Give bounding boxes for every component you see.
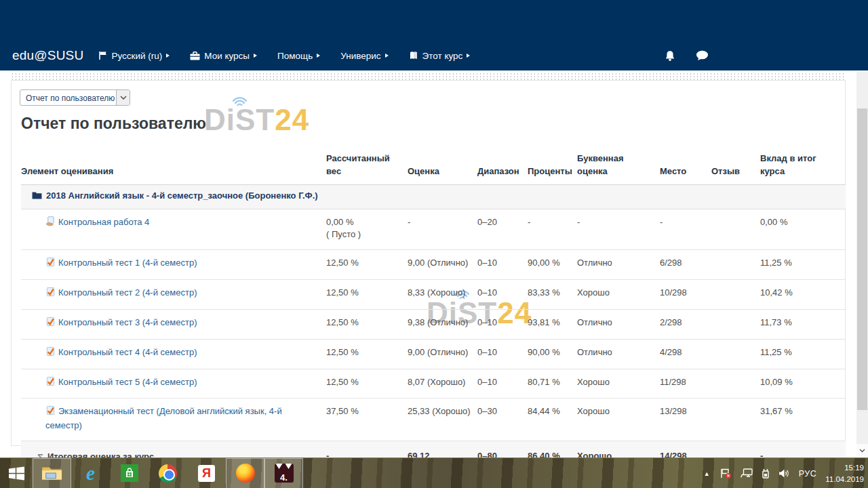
taskbar-yandex-browser[interactable]: Я: [187, 458, 226, 488]
taskbar-4game[interactable]: 4.: [264, 458, 303, 488]
windows-store-icon: [121, 464, 138, 482]
table-header-row: Элемент оценивания Рассчитанный вес Оцен…: [21, 151, 846, 184]
nav-language-menu[interactable]: Русский (ru): [98, 51, 170, 61]
cell-percent: 84,44 %: [528, 399, 577, 441]
chevron-right-icon: [317, 54, 320, 58]
dist24-watermark: DiST24: [204, 103, 309, 137]
cell-grade: 8,33 (Хорошо): [408, 280, 477, 310]
table-row-item: Экзаменационный тест (Деловой английский…: [21, 399, 846, 441]
network-icon[interactable]: [741, 468, 753, 479]
taskbar-firefox[interactable]: [226, 458, 264, 488]
grade-item-link[interactable]: Контрольный тест 2 (4-й семестр): [58, 287, 197, 298]
cell-contribution: 11,25 %: [760, 250, 846, 280]
4game-icon: 4.: [275, 464, 294, 483]
cell-percent: 80,71 %: [528, 369, 577, 399]
grade-item-link[interactable]: Контрольный тест 4 (4-й семестр): [58, 347, 197, 357]
cell-letter: Отлично: [577, 309, 660, 339]
grade-item-cell: Контрольная работа 4: [21, 209, 326, 250]
cell-letter: Хорошо: [577, 369, 660, 399]
col-rank: Место: [660, 151, 711, 184]
site-logo[interactable]: edu@SUSU: [12, 48, 83, 63]
grade-item-link[interactable]: Контрольный тест 3 (4-й семестр): [58, 317, 197, 327]
notifications-bell-icon[interactable]: [665, 50, 675, 62]
cell-letter: Хорошо: [577, 280, 660, 310]
messages-chat-icon[interactable]: [696, 50, 709, 61]
quiz-icon: [45, 317, 56, 331]
site-header: edu@SUSU Русский (ru) Мои курсы Помощь У…: [0, 0, 868, 70]
tray-time: 15:19: [825, 462, 864, 474]
report-type-select[interactable]: Отчет по пользователю: [20, 89, 130, 106]
tray-clock[interactable]: 15:19 11.04.2019: [825, 462, 864, 485]
cell-contribution: 0,00 %: [760, 209, 846, 250]
col-calculated-weight: Рассчитанный вес: [326, 151, 408, 184]
cell-range: 0–10: [477, 280, 528, 310]
scrollbar-down-arrow[interactable]: [856, 444, 868, 458]
cell-feedback: [711, 209, 760, 250]
grade-item-cell: Контрольный тест 1 (4-й семестр): [21, 250, 326, 280]
cell-rank: 4/298: [660, 339, 711, 369]
start-button[interactable]: [0, 458, 33, 488]
chevron-right-icon: [166, 54, 170, 58]
cell-weight: 0,00 % ( Пусто ): [326, 209, 408, 250]
nav-this-course-menu[interactable]: Этот курс: [409, 51, 471, 61]
cell-range: 0–20: [477, 209, 528, 250]
category-title: 2018 Английский язык - 4-й семестр_заочн…: [46, 190, 318, 201]
taskbar-windows-store[interactable]: [110, 458, 149, 488]
table-row-item: Контрольный тест 1 (4-й семестр)12,50 %9…: [21, 250, 846, 280]
cell-percent: 83,33 %: [528, 280, 577, 310]
volume-speaker-icon[interactable]: [778, 468, 790, 479]
category-cell: 2018 Английский язык - 4-й семестр_заочн…: [21, 184, 846, 209]
table-row-item: Контрольный тест 4 (4-й семестр)12,50 %9…: [21, 339, 846, 369]
taskbar-internet-explorer[interactable]: e: [71, 458, 110, 488]
grade-item-cell: Контрольный тест 3 (4-й семестр): [21, 309, 326, 339]
grade-item-link[interactable]: Экзаменационный тест (Деловой английский…: [45, 406, 282, 430]
report-select-value: Отчет по пользователю: [20, 90, 116, 105]
tray-expand-icon[interactable]: ▲: [704, 470, 710, 477]
yandex-icon: Я: [198, 465, 215, 482]
col-range: Диапазон: [477, 151, 528, 184]
cell-grade: 9,00 (Отлично): [408, 250, 477, 280]
action-center-flag-icon[interactable]: [720, 468, 732, 479]
folder-icon: [32, 191, 42, 204]
nav-univeris-menu[interactable]: Универис: [340, 51, 388, 61]
nav-my-courses-menu[interactable]: Мои курсы: [190, 51, 257, 61]
col-percentage: Проценты: [528, 151, 577, 184]
firefox-icon: [236, 464, 255, 483]
tray-language[interactable]: РУС: [799, 469, 817, 479]
taskbar-chrome[interactable]: [149, 458, 187, 488]
cell-range: 0–30: [477, 399, 528, 441]
grade-item-link[interactable]: Контрольный тест 5 (4-й семестр): [58, 377, 197, 387]
page-title: Отчет по пользователю: [21, 115, 206, 133]
cell-range: 0–10: [477, 369, 528, 399]
cell-feedback: [711, 399, 760, 441]
cell-weight: 12,50 %: [326, 250, 408, 280]
cell-contribution: 10,42 %: [760, 280, 846, 310]
power-battery-icon[interactable]: [762, 468, 770, 479]
scrollbar-thumb[interactable]: [857, 108, 867, 410]
grade-item-link[interactable]: Контрольный тест 1 (4-й семестр): [58, 258, 197, 268]
cell-rank: 13/298: [660, 399, 711, 441]
briefcase-icon: [190, 52, 200, 60]
cell-contribution: 10,09 %: [760, 369, 846, 399]
grade-item-link[interactable]: Контрольная работа 4: [58, 217, 149, 227]
vertical-scrollbar[interactable]: [856, 71, 868, 458]
cell-weight: 12,50 %: [326, 309, 408, 339]
navbar: edu@SUSU Русский (ru) Мои курсы Помощь У…: [12, 45, 868, 66]
grade-item-cell: Контрольный тест 5 (4-й семестр): [21, 369, 326, 399]
col-feedback: Отзыв: [711, 151, 760, 184]
taskbar-file-explorer[interactable]: [33, 458, 71, 488]
table-row-category: 2018 Английский язык - 4-й семестр_заочн…: [21, 184, 846, 209]
cell-weight: 12,50 %: [326, 339, 408, 369]
cell-contribution: 31,67 %: [760, 399, 846, 441]
cell-grade: 9,00 (Отлично): [408, 339, 477, 369]
assignment-icon: [45, 216, 56, 230]
quiz-icon: [45, 346, 56, 361]
nav-help-menu[interactable]: Помощь: [277, 51, 320, 61]
quiz-icon: [45, 405, 56, 420]
cell-rank: 11/298: [660, 369, 711, 399]
cell-percent: -: [528, 209, 577, 250]
cell-grade: -: [408, 209, 477, 250]
cell-percent: 93,81 %: [528, 309, 577, 339]
col-letter-grade: Буквенная оценка: [577, 151, 660, 184]
chevron-right-icon: [385, 54, 389, 58]
